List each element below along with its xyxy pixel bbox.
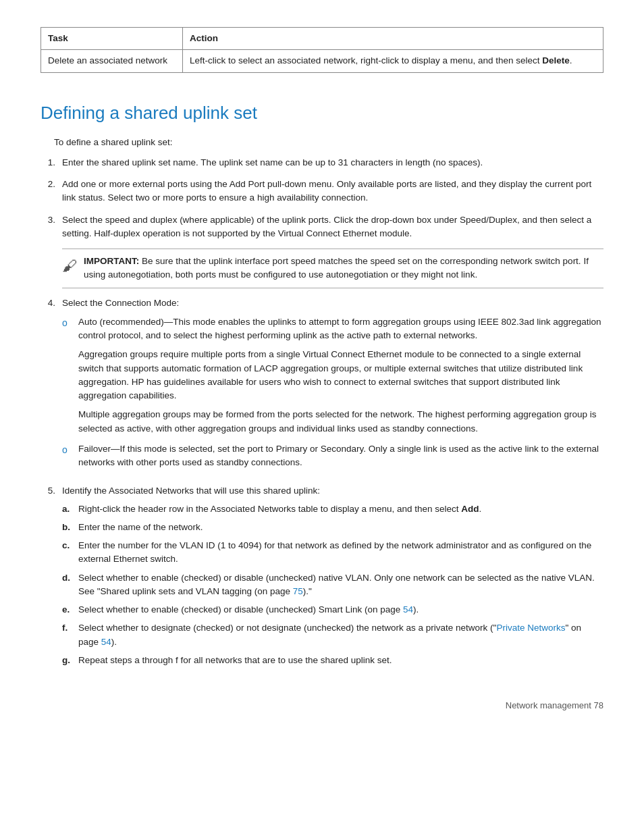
step-4-list: 4. Select the Connection Mode: o Auto (r… [41,296,603,477]
alpha-f-end: ). [111,637,117,647]
page-footer: Network management 78 [41,699,603,712]
alpha-content-b: Enter the name of the network. [78,521,603,534]
mode-failover-label: Failover [78,444,111,454]
mode-auto-para1: Aggregation groups require multiple port… [78,348,603,402]
alpha-label-b: b. [62,521,73,534]
alpha-step-c: c. Enter the number for the VLAN ID (1 t… [62,539,603,567]
mode-auto-dash: — [164,317,173,327]
mode-auto-para2: Multiple aggregation groups may be forme… [78,408,603,436]
alpha-d-end: )." [303,586,312,596]
step-5-text: Identify the Associated Networks that wi… [62,486,320,496]
alpha-step-g: g. Repeat steps a through f for all netw… [62,654,603,667]
step-5-list: 5. Identify the Associated Networks that… [41,484,603,672]
section-heading: Defining a shared uplink set [41,100,603,126]
alpha-d-plain: Select whether to enable (checked) or di… [78,573,595,596]
alpha-label-f: f. [62,621,73,635]
step-3: 3. Select the speed and duplex (where ap… [41,213,603,241]
important-text: IMPORTANT: Be sure that the uplink inter… [84,255,603,282]
alpha-content-d: Select whether to enable (checked) or di… [78,571,603,599]
step-3-content: Select the speed and duplex (where appli… [62,213,603,241]
connection-modes-list: o Auto (recommended)—This mode enables t… [62,315,603,470]
important-icon: 🖌 [62,255,77,277]
alpha-label-d: d. [62,571,73,585]
alpha-step-b: b. Enter the name of the network. [62,521,603,534]
table-cell-action: Left-click to select an associated netwo… [183,50,603,72]
bullet-failover: o [62,443,72,457]
table-header-task: Task [41,28,183,50]
action-end-text: . [570,55,572,66]
mode-failover-content: Failover—If this mode is selected, set t… [78,442,603,470]
step-4-num: 4. [41,296,55,310]
table-cell-task: Delete an associated network [41,50,183,72]
alpha-f-plain: Select whether to designate (checked) or… [78,623,496,633]
step-1: 1. Enter the shared uplink set name. The… [41,156,603,170]
alpha-content-a: Right-click the header row in the Associ… [78,502,603,516]
alpha-content-f: Select whether to designate (checked) or… [78,621,603,649]
mode-auto-content: Auto (recommended)—This mode enables the… [78,315,603,436]
footer-text: Network management 78 [506,699,603,712]
task-action-table: Task Action Delete an associated network… [41,27,603,73]
alpha-b-text: Enter the name of the network. [78,522,203,532]
alpha-step-f: f. Select whether to designate (checked)… [62,621,603,649]
step-5-num: 5. [41,484,55,498]
alpha-steps-list: a. Right-click the header row in the Ass… [62,502,603,668]
important-label: IMPORTANT: [84,256,139,266]
step-4: 4. Select the Connection Mode: o Auto (r… [41,296,603,477]
mode-auto: o Auto (recommended)—This mode enables t… [62,315,603,436]
step-4-text: Select the Connection Mode: [62,298,179,308]
alpha-d-link[interactable]: 75 [293,586,303,596]
important-body: Be sure that the uplink interface port s… [84,256,589,280]
step-2-content: Add one or more external ports using the… [62,178,603,205]
mode-failover: o Failover—If this mode is selected, set… [62,442,603,470]
alpha-label-e: e. [62,603,73,617]
step-1-content: Enter the shared uplink set name. The up… [62,156,603,170]
alpha-e-plain: Select whether to enable (checked) or di… [78,604,403,615]
step-2: 2. Add one or more external ports using … [41,178,603,205]
alpha-label-a: a. [62,502,73,516]
alpha-f-link2[interactable]: 54 [101,637,111,647]
table-row: Delete an associated network Left-click … [41,50,603,72]
step-5: 5. Identify the Associated Networks that… [41,484,603,672]
alpha-e-link[interactable]: 54 [403,604,413,615]
alpha-f-link1[interactable]: Private Networks [496,623,565,633]
alpha-a-end: . [479,504,482,514]
alpha-g-text: Repeat steps a through f for all network… [78,655,392,665]
action-bold-text: Delete [542,55,570,66]
step-2-num: 2. [41,178,55,191]
mode-auto-label: Auto (recommended) [78,317,164,327]
alpha-label-g: g. [62,654,73,667]
alpha-a-plain: Right-click the header row in the Associ… [78,504,461,514]
mode-failover-dash: — [111,444,120,454]
intro-text: To define a shared uplink set: [54,136,603,149]
important-box: 🖌 IMPORTANT: Be sure that the uplink int… [62,249,603,288]
alpha-step-e: e. Select whether to enable (checked) or… [62,603,603,617]
alpha-label-c: c. [62,539,73,552]
alpha-step-d: d. Select whether to enable (checked) or… [62,571,603,599]
alpha-c-text: Enter the number for the VLAN ID (1 to 4… [78,540,591,564]
alpha-content-e: Select whether to enable (checked) or di… [78,603,603,617]
table-header-action: Action [183,28,603,50]
action-plain-text: Left-click to select an associated netwo… [190,55,542,66]
alpha-content-g: Repeat steps a through f for all network… [78,654,603,667]
alpha-a-bold: Add [461,504,479,514]
mode-failover-text: If this mode is selected, set the port t… [78,444,599,467]
alpha-content-c: Enter the number for the VLAN ID (1 to 4… [78,539,603,567]
bullet-auto: o [62,316,72,330]
alpha-e-end: ). [413,604,419,615]
step-1-num: 1. [41,156,55,170]
main-steps-list: 1. Enter the shared uplink set name. The… [41,156,603,240]
step-4-content: Select the Connection Mode: o Auto (reco… [62,296,603,477]
step-3-num: 3. [41,213,55,227]
alpha-step-a: a. Right-click the header row in the Ass… [62,502,603,516]
step-5-content: Identify the Associated Networks that wi… [62,484,603,672]
